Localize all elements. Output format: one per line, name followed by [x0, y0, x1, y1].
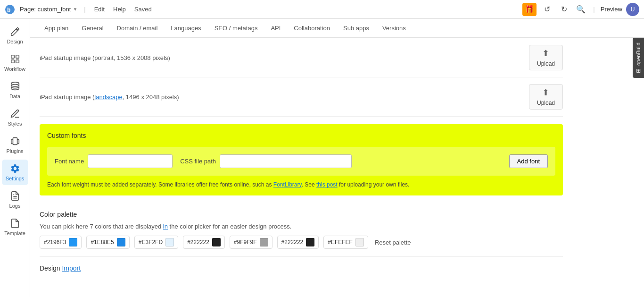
reset-palette-button[interactable]: Reset palette [375, 239, 411, 246]
css-path-field: CSS file path [180, 154, 352, 168]
svg-text:b: b [7, 7, 10, 13]
design-import-link[interactable]: Import [62, 264, 81, 272]
palette-description: You can pick here 7 colors that are disp… [40, 223, 563, 230]
edit-menu[interactable]: Edit [92, 6, 107, 13]
main-layout: Design Workflow Data Styles Plugins Sett… [0, 19, 644, 297]
page-selector[interactable]: Page: custom_font ▼ [20, 6, 77, 13]
custom-fonts-title: Custom fonts [47, 132, 555, 139]
color-swatch-4[interactable]: #9F9F9F [230, 236, 272, 249]
swatch-box-2 [165, 238, 174, 246]
svg-rect-2 [11, 55, 14, 58]
saved-status: Saved [134, 6, 152, 13]
font-info: Each font weight must be added separatel… [47, 181, 555, 188]
sidebar-item-plugins[interactable]: Plugins [2, 132, 28, 158]
tab-sub-apps[interactable]: Sub apps [337, 19, 376, 38]
svg-rect-7 [13, 138, 17, 145]
this-post-link[interactable]: this post [316, 181, 338, 188]
tab-app-plan[interactable]: App plan [38, 19, 75, 38]
ipad-portrait-label: iPad startup image (portrait, 1536 x 200… [40, 54, 170, 61]
font-name-input[interactable] [88, 154, 173, 168]
css-path-label: CSS file path [180, 158, 216, 165]
undo-button[interactable]: ↺ [540, 3, 553, 16]
page-content: iPad startup image (portrait, 1536 x 200… [30, 38, 572, 283]
sidebar: Design Workflow Data Styles Plugins Sett… [0, 19, 30, 297]
svg-point-6 [11, 82, 19, 85]
tab-versions[interactable]: Versions [376, 19, 413, 38]
sidebar-item-data[interactable]: Data [2, 77, 28, 103]
tab-collaboration[interactable]: Collaboration [287, 19, 337, 38]
sidebar-item-workflow[interactable]: Workflow [2, 50, 28, 76]
css-path-input[interactable] [220, 154, 352, 168]
font-form: Font name CSS file path Add font [47, 147, 555, 176]
topbar-actions: 🎁 ↺ ↻ 🔍 | Preview U [522, 3, 639, 16]
tab-seo-metatags[interactable]: SEO / metatags [208, 19, 264, 38]
swatch-box-1 [117, 238, 125, 246]
swatch-box-6 [355, 238, 364, 246]
sidebar-label-data: Data [9, 93, 20, 99]
tab-api[interactable]: API [264, 19, 287, 38]
gift-button[interactable]: 🎁 [522, 3, 537, 16]
open-build-icon: ⊞ [635, 68, 642, 73]
sidebar-item-logs[interactable]: Logs [2, 187, 28, 212]
sidebar-item-styles[interactable]: Styles [2, 105, 28, 130]
upload-landscape-label: Upload [537, 100, 555, 106]
ipad-portrait-row: iPad startup image (portrait, 1536 x 200… [40, 38, 563, 77]
upload-icon: ⬆ [542, 48, 549, 59]
design-import-title: Design Import [40, 264, 563, 272]
help-menu[interactable]: Help [111, 6, 128, 13]
font-name-label: Font name [55, 158, 84, 165]
color-swatch-2[interactable]: #E3F2FD [134, 236, 178, 249]
font-name-field: Font name [55, 154, 173, 168]
sidebar-item-settings[interactable]: Settings [2, 160, 28, 185]
ipad-landscape-label: iPad startup image (landscape, 1496 x 20… [40, 93, 179, 101]
tab-navigation: App plan General Domain / email Language… [30, 19, 644, 38]
fontlibrary-link[interactable]: FontLibrary [273, 181, 302, 188]
sidebar-label-template: Template [4, 230, 25, 236]
add-font-button[interactable]: Add font [509, 154, 548, 168]
sidebar-label-styles: Styles [8, 121, 22, 127]
tab-languages[interactable]: Languages [164, 19, 207, 38]
upload-portrait-btn[interactable]: ⬆ Upload [529, 45, 563, 70]
sidebar-label-settings: Settings [6, 176, 25, 181]
svg-rect-5 [16, 60, 18, 63]
color-palette-title: Color palette [40, 211, 563, 218]
user-avatar[interactable]: U [626, 3, 639, 16]
sidebar-label-logs: Logs [9, 203, 21, 209]
redo-button[interactable]: ↻ [557, 3, 570, 16]
sidebar-item-template[interactable]: Template [2, 214, 28, 240]
swatch-box-3 [212, 238, 221, 246]
in-link[interactable]: in [163, 223, 168, 230]
upload-label: Upload [537, 60, 555, 67]
open-build-tab[interactable]: ⊞ openBuild [633, 38, 644, 78]
color-swatch-1[interactable]: #1E88E5 [86, 236, 129, 249]
app-logo: b [5, 4, 15, 15]
tab-domain-email[interactable]: Domain / email [110, 19, 165, 38]
preview-button[interactable]: Preview [601, 6, 622, 13]
page-label: Page: custom_font [20, 6, 71, 13]
ipad-landscape-row: iPad startup image (landscape, 1496 x 20… [40, 77, 563, 117]
color-swatch-3[interactable]: #222222 [183, 236, 225, 249]
sidebar-label-design: Design [7, 39, 23, 44]
color-swatch-0[interactable]: #2196F3 [40, 236, 82, 249]
sidebar-label-plugins: Plugins [6, 148, 23, 154]
separator: | [84, 6, 85, 13]
svg-rect-3 [16, 55, 18, 58]
color-swatch-5[interactable]: #222222 [277, 236, 319, 249]
content-area: App plan General Domain / email Language… [30, 19, 644, 297]
tab-general[interactable]: General [75, 19, 110, 38]
open-build-label: openBuild [636, 42, 641, 66]
custom-fonts-section: Custom fonts Font name CSS file path Add… [40, 124, 563, 195]
swatch-box-0 [69, 238, 77, 246]
sidebar-item-design[interactable]: Design [2, 23, 28, 48]
separator2: | [593, 6, 594, 13]
color-swatches: #2196F3 #1E88E5 #E3F2FD #222222 [40, 236, 563, 249]
swatch-box-4 [260, 238, 268, 246]
color-swatch-6[interactable]: #EFEFEF [323, 236, 368, 249]
upload-icon-landscape: ⬆ [542, 87, 549, 98]
color-palette-section: Color palette You can pick here 7 colors… [40, 203, 563, 257]
chevron-down-icon: ▼ [73, 7, 77, 12]
landscape-link[interactable]: landscape [94, 93, 122, 101]
search-button[interactable]: 🔍 [574, 3, 587, 16]
upload-landscape-btn[interactable]: ⬆ Upload [529, 84, 563, 110]
design-import-section: Design Import [40, 257, 563, 283]
